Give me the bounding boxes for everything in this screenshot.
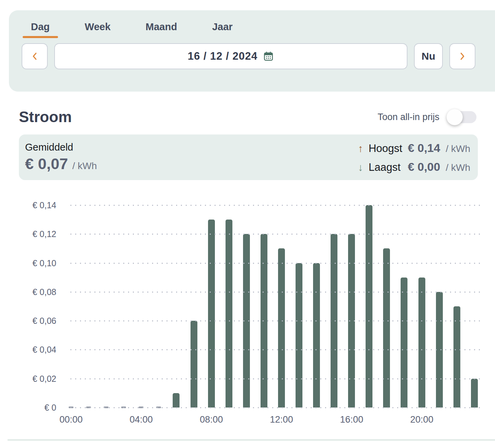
gridline	[70, 349, 480, 350]
bar-slot	[383, 248, 390, 408]
selected-date: 16 / 12 / 2024	[188, 50, 258, 62]
section-header: Stroom Toon all-in prijs	[19, 108, 476, 126]
price-bar[interactable]	[278, 248, 285, 408]
gridline	[70, 378, 480, 379]
price-bar[interactable]	[208, 220, 215, 408]
bar-slot	[191, 321, 197, 408]
gridline	[70, 407, 480, 408]
bar-slot	[226, 220, 232, 408]
y-axis-tick-label: € 0,14	[0, 200, 56, 210]
bar-slot	[366, 205, 372, 408]
tab-dag[interactable]: Dag	[23, 18, 58, 38]
bar-slot	[173, 393, 180, 408]
lowest-value: € 0,00	[408, 160, 440, 174]
arrow-down-icon: ↓	[358, 162, 363, 173]
highest-unit: / kWh	[446, 143, 470, 154]
price-bar[interactable]	[418, 278, 425, 408]
gridline	[70, 320, 480, 321]
average-unit: / kWh	[72, 161, 97, 171]
tab-jaar[interactable]: Jaar	[204, 18, 241, 38]
bar-slot	[471, 379, 478, 408]
y-axis-tick-label: € 0,12	[0, 229, 56, 239]
header-card: Dag Week Maand Jaar 16	[9, 10, 495, 92]
bar-slot	[313, 263, 320, 408]
tab-label: Maand	[146, 21, 177, 32]
x-axis-tick-label: 08:00	[196, 414, 227, 425]
price-bar[interactable]	[296, 263, 302, 408]
now-button[interactable]: Nu	[414, 43, 443, 69]
active-tab-underline	[23, 36, 58, 38]
min-max-block: ↑ Hoogst € 0,14 / kWh ↓ Laagst € 0,00 / …	[358, 141, 470, 174]
price-bar[interactable]	[313, 263, 320, 408]
x-axis-tick-label: 04:00	[126, 414, 157, 425]
price-bar[interactable]	[383, 248, 390, 408]
bar-slot	[208, 220, 215, 408]
average-value: € 0,07 / kWh	[25, 155, 97, 173]
all-in-price-toggle-group: Toon all-in prijs	[378, 111, 476, 123]
tab-week[interactable]: Week	[77, 18, 119, 38]
highest-value: € 0,14	[408, 141, 440, 155]
x-axis-tick-label: 12:00	[266, 414, 297, 425]
price-chart: € 0€ 0,02€ 0,04€ 0,06€ 0,08€ 0,10€ 0,12€…	[0, 205, 495, 430]
highest-label: Hoogst	[369, 142, 402, 155]
bottom-divider	[8, 439, 495, 441]
price-bar[interactable]	[173, 393, 180, 408]
x-axis-tick-label: 16:00	[336, 414, 367, 425]
date-navigation: 16 / 12 / 2024 Nu	[9, 38, 495, 69]
gridline	[70, 292, 480, 293]
price-bar[interactable]	[191, 321, 197, 408]
chevron-left-icon	[30, 51, 40, 61]
price-bar[interactable]	[401, 278, 407, 408]
now-button-label: Nu	[422, 50, 435, 62]
energy-price-page: Dag Week Maand Jaar 16	[0, 0, 495, 448]
arrow-up-icon: ↑	[358, 143, 363, 154]
price-bar[interactable]	[471, 379, 478, 408]
tab-label: Week	[85, 21, 111, 32]
lowest-label: Laagst	[369, 161, 402, 174]
all-in-price-toggle[interactable]	[448, 111, 476, 123]
period-tabs: Dag Week Maand Jaar	[9, 10, 495, 38]
average-label: Gemiddeld	[25, 142, 97, 153]
bar-slot	[418, 278, 425, 408]
toggle-label: Toon all-in prijs	[378, 112, 439, 122]
page-title: Stroom	[19, 108, 72, 126]
calendar-icon	[263, 51, 274, 62]
price-summary-bar: Gemiddeld € 0,07 / kWh ↑ Hoogst € 0,14 /…	[19, 134, 478, 180]
x-axis-tick-label: 00:00	[56, 414, 87, 425]
y-axis-tick-label: € 0,06	[0, 316, 56, 326]
lowest-unit: / kWh	[446, 162, 470, 173]
price-bar[interactable]	[366, 205, 372, 408]
y-axis-tick-label: € 0,10	[0, 258, 56, 268]
gridline	[70, 234, 480, 235]
next-day-button[interactable]	[449, 43, 475, 69]
tab-maand[interactable]: Maand	[137, 18, 185, 38]
previous-day-button[interactable]	[22, 43, 48, 69]
average-price-block: Gemiddeld € 0,07 / kWh	[25, 142, 97, 173]
tab-label: Jaar	[212, 21, 233, 32]
chevron-right-icon	[457, 51, 468, 61]
tab-label: Dag	[31, 21, 50, 32]
gridline	[70, 205, 480, 206]
bar-slot	[278, 248, 285, 408]
bar-slot	[296, 263, 302, 408]
date-picker-field[interactable]: 16 / 12 / 2024	[54, 43, 407, 69]
bar-slot	[453, 306, 460, 408]
y-axis-tick-label: € 0,02	[0, 374, 56, 384]
bar-slot	[401, 278, 407, 408]
x-axis-tick-label: 20:00	[406, 414, 437, 425]
price-bar[interactable]	[453, 306, 460, 408]
chart-bars	[68, 205, 478, 408]
price-bar[interactable]	[226, 220, 232, 408]
y-axis-tick-label: € 0	[0, 403, 56, 413]
gridline	[70, 263, 480, 264]
y-axis-tick-label: € 0,08	[0, 287, 56, 297]
y-axis-tick-label: € 0,04	[0, 345, 56, 355]
toggle-knob	[447, 109, 463, 125]
